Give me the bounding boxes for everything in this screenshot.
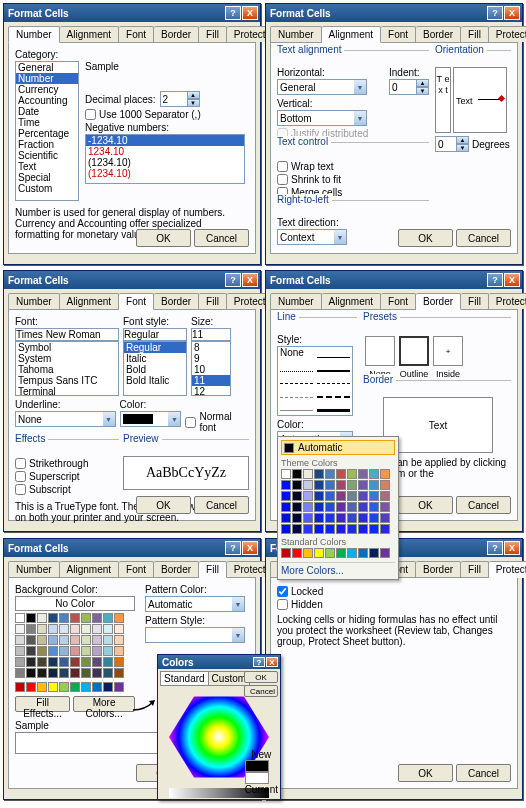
style-item[interactable]: Bold <box>124 364 186 375</box>
line-style[interactable] <box>280 366 313 372</box>
cancel-button[interactable]: Cancel <box>456 764 511 782</box>
color-swatch[interactable] <box>336 480 346 490</box>
automatic-option[interactable]: Automatic <box>281 440 395 455</box>
color-swatch[interactable] <box>347 548 357 558</box>
color-swatch[interactable] <box>26 668 36 678</box>
color-swatch[interactable] <box>37 657 47 667</box>
color-swatch[interactable] <box>114 657 124 667</box>
tab-number[interactable]: Number <box>8 293 60 309</box>
color-swatch[interactable] <box>369 524 379 534</box>
colors-cancel-button[interactable]: Cancel <box>244 685 278 697</box>
color-swatch[interactable] <box>70 682 80 692</box>
spin-up-icon[interactable]: ▲ <box>188 91 200 99</box>
tab-fill[interactable]: Fill <box>461 26 489 42</box>
tab-font[interactable]: Font <box>119 26 154 42</box>
color-swatch[interactable] <box>59 613 69 623</box>
theme-colors-grid[interactable] <box>281 469 395 534</box>
size-listbox[interactable]: 8 9 10 11 12 14 <box>191 341 231 396</box>
color-swatch[interactable] <box>48 635 58 645</box>
line-style[interactable] <box>317 405 350 412</box>
size-item[interactable]: 10 <box>192 364 230 375</box>
color-swatch[interactable] <box>314 513 324 523</box>
tab-fill[interactable]: Fill <box>199 26 227 42</box>
color-swatch[interactable] <box>81 657 91 667</box>
color-swatch[interactable] <box>281 469 291 479</box>
color-swatch[interactable] <box>59 635 69 645</box>
line-style[interactable] <box>280 392 313 398</box>
vertical-select[interactable]: Bottom▼ <box>277 110 367 126</box>
size-item[interactable]: 8 <box>192 342 230 353</box>
tab-number[interactable]: Number <box>8 561 60 577</box>
color-swatch[interactable] <box>37 624 47 634</box>
color-swatch[interactable] <box>380 502 390 512</box>
cancel-button[interactable]: Cancel <box>456 496 511 514</box>
color-swatch[interactable] <box>380 524 390 534</box>
color-swatch[interactable] <box>70 668 80 678</box>
close-button[interactable]: X <box>242 6 258 20</box>
locked-checkbox[interactable]: Locked <box>277 586 511 597</box>
no-color-button[interactable]: No Color <box>15 596 135 611</box>
use-1000-separator-checkbox[interactable]: Use 1000 Separator (,) <box>85 109 249 120</box>
font-item[interactable]: System <box>16 353 118 364</box>
neg-item-1[interactable]: 1234.10 <box>86 146 244 157</box>
line-style-none[interactable]: None <box>278 347 315 362</box>
spin-down-icon[interactable]: ▼ <box>188 99 200 107</box>
decimal-places-spinner[interactable]: ▲▼ <box>160 91 200 107</box>
color-swatch[interactable] <box>358 480 368 490</box>
color-swatch[interactable] <box>292 513 302 523</box>
tab-fill[interactable]: Fill <box>461 561 489 577</box>
color-swatch[interactable] <box>15 657 25 667</box>
color-swatch[interactable] <box>336 524 346 534</box>
color-swatch[interactable] <box>114 646 124 656</box>
color-swatch[interactable] <box>358 548 368 558</box>
more-colors-button[interactable]: More Colors... <box>73 696 135 712</box>
preset-none-button[interactable] <box>365 336 395 366</box>
cat-date[interactable]: Date <box>16 106 78 117</box>
cat-fraction[interactable]: Fraction <box>16 139 78 150</box>
tab-protection[interactable]: Protection <box>489 561 526 578</box>
wrap-text-checkbox[interactable]: Wrap text <box>277 161 429 172</box>
color-swatch[interactable] <box>103 657 113 667</box>
color-swatch[interactable] <box>15 635 25 645</box>
color-swatch[interactable] <box>314 480 324 490</box>
color-swatch[interactable] <box>114 613 124 623</box>
color-swatch[interactable] <box>380 480 390 490</box>
color-swatch[interactable] <box>369 548 379 558</box>
tab-border[interactable]: Border <box>154 561 199 577</box>
color-swatch[interactable] <box>15 624 25 634</box>
size-item[interactable]: 11 <box>192 375 230 386</box>
category-listbox[interactable]: General Number Currency Accounting Date … <box>15 61 79 201</box>
font-item[interactable]: Terminal <box>16 386 118 396</box>
color-swatch[interactable] <box>303 502 313 512</box>
color-swatch[interactable] <box>92 657 102 667</box>
cancel-button[interactable]: Cancel <box>456 229 511 247</box>
cat-text[interactable]: Text <box>16 161 78 172</box>
tab-number[interactable]: Number <box>270 293 322 309</box>
help-button[interactable]: ? <box>487 541 503 555</box>
close-button[interactable]: X <box>266 657 278 667</box>
tab-alignment[interactable]: Alignment <box>60 561 119 577</box>
tab-alignment[interactable]: Alignment <box>60 293 119 309</box>
cat-number[interactable]: Number <box>16 73 78 84</box>
color-swatch[interactable] <box>358 502 368 512</box>
color-swatch[interactable] <box>303 524 313 534</box>
color-swatch[interactable] <box>325 524 335 534</box>
color-swatch[interactable] <box>281 491 291 501</box>
cat-scientific[interactable]: Scientific <box>16 150 78 161</box>
tab-border[interactable]: Border <box>416 26 461 42</box>
style-listbox[interactable]: Regular Italic Bold Bold Italic <box>123 341 187 396</box>
color-swatch[interactable] <box>59 657 69 667</box>
tab-number[interactable]: Number <box>270 26 322 42</box>
color-swatch[interactable] <box>92 624 102 634</box>
color-swatch[interactable] <box>325 548 335 558</box>
line-style-listbox[interactable]: None <box>277 346 353 416</box>
color-swatch[interactable] <box>92 668 102 678</box>
color-swatch[interactable] <box>292 524 302 534</box>
tab-border[interactable]: Border <box>154 26 199 42</box>
color-swatch[interactable] <box>380 513 390 523</box>
color-swatch[interactable] <box>81 646 91 656</box>
size-item[interactable]: 12 <box>192 386 230 396</box>
size-item[interactable]: 9 <box>192 353 230 364</box>
fill-effects-button[interactable]: Fill Effects... <box>15 696 70 712</box>
help-button[interactable]: ? <box>225 541 241 555</box>
